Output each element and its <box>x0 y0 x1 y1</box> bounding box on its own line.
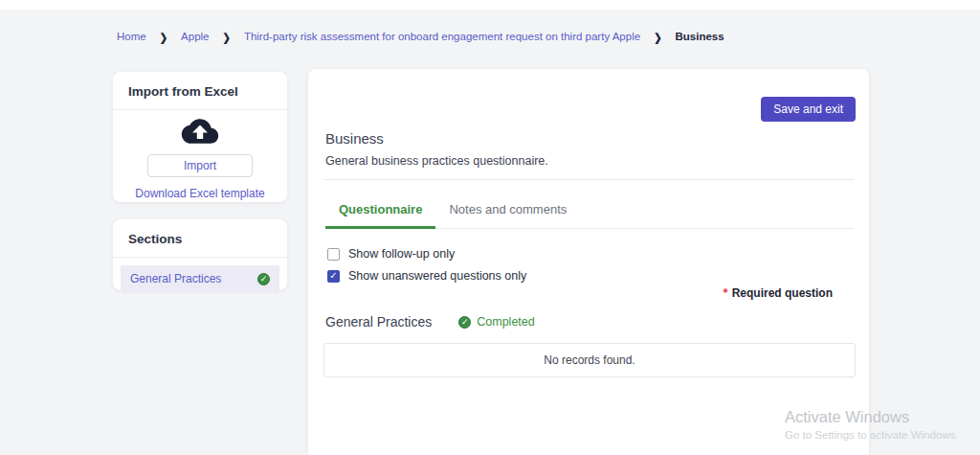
check-circle-icon: ✓ <box>257 273 270 285</box>
breadcrumb-assessment-link[interactable]: Third-party risk assessment for onboard … <box>244 31 640 42</box>
download-excel-template-link[interactable]: Download Excel template <box>135 187 264 200</box>
chevron-right-icon: ❯ <box>223 31 231 43</box>
required-asterisk-icon: * <box>724 285 728 300</box>
save-and-exit-button[interactable]: Save and exit <box>761 97 856 122</box>
main-content-card: Save and exit Business General business … <box>308 69 869 455</box>
sections-panel-title: Sections <box>113 219 287 258</box>
tab-notes-and-comments[interactable]: Notes and comments <box>435 195 580 229</box>
filter-label: Show unanswered questions only <box>348 269 526 283</box>
breadcrumb-apple-link[interactable]: Apple <box>181 31 209 42</box>
tabs: Questionnaire Notes and comments <box>325 195 854 229</box>
required-note-label: Required question <box>732 286 833 300</box>
section-status-label: Completed <box>477 315 534 329</box>
top-white-strip <box>0 0 980 10</box>
chevron-right-icon: ❯ <box>160 31 167 43</box>
chevron-right-icon: ❯ <box>654 31 661 43</box>
tab-questionnaire[interactable]: Questionnaire <box>325 195 435 229</box>
sections-panel: Sections General Practices ✓ <box>113 219 287 290</box>
page-subtitle: General business practices questionnaire… <box>325 154 869 168</box>
required-question-note: * Required question <box>308 285 833 300</box>
filter-show-follow-up-only[interactable]: Show follow-up only <box>327 247 869 261</box>
import-button[interactable]: Import <box>147 154 253 177</box>
breadcrumb: Home ❯ Apple ❯ Third-party risk assessme… <box>117 31 724 42</box>
import-panel-body: Import Download Excel template <box>113 110 287 213</box>
breadcrumb-current-page: Business <box>676 31 724 42</box>
import-panel-title: Import from Excel <box>113 72 287 110</box>
section-item-label: General Practices <box>130 272 221 285</box>
cloud-upload-icon <box>181 116 219 147</box>
section-heading-row: General Practices ✓ Completed <box>325 314 869 330</box>
filter-show-unanswered-only[interactable]: ✓ Show unanswered questions only <box>327 269 869 283</box>
filter-label: Show follow-up only <box>348 247 455 261</box>
checkbox-unchecked-icon[interactable] <box>327 248 340 261</box>
import-from-excel-panel: Import from Excel Import Download Excel … <box>113 72 287 202</box>
divider <box>323 179 854 180</box>
breadcrumb-home-link[interactable]: Home <box>117 31 146 42</box>
empty-records-message: No records found. <box>544 353 635 367</box>
checkbox-checked-icon[interactable]: ✓ <box>327 270 340 283</box>
page-title: Business <box>325 130 869 147</box>
section-heading: General Practices <box>325 314 432 330</box>
empty-records-box: No records found. <box>323 343 856 377</box>
save-row: Save and exit <box>308 69 869 122</box>
section-status-badge: ✓ Completed <box>458 315 534 329</box>
check-circle-icon: ✓ <box>458 316 471 329</box>
sidebar-item-general-practices[interactable]: General Practices ✓ <box>121 265 279 292</box>
